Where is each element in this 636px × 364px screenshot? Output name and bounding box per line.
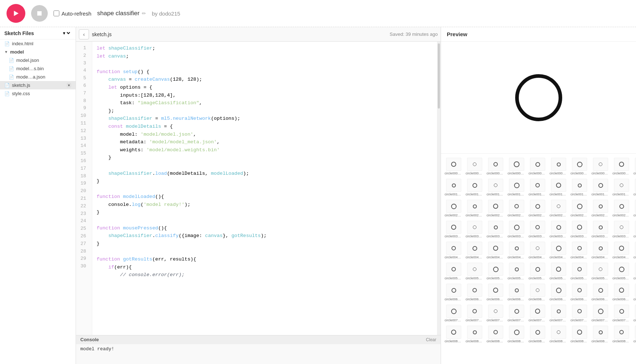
file-thumb-item[interactable]: circle0023.png	[486, 199, 505, 218]
file-thumb-item[interactable]: circle0089.png	[612, 325, 631, 344]
file-thumb-item[interactable]: circle0033.png	[486, 220, 505, 239]
file-thumb-item[interactable]: circle0009.png	[612, 157, 631, 176]
file-thumb-item[interactable]: circle0003.png	[486, 157, 505, 176]
file-thumb-item[interactable]: circle0034.png	[507, 220, 526, 239]
sidebar-dropdown[interactable]: ▾	[62, 30, 71, 36]
file-thumb-item[interactable]: circle0032.png	[465, 220, 484, 239]
file-thumb-item[interactable]: circle0065.png	[528, 283, 547, 302]
file-thumb-item[interactable]: circle0021.png	[444, 199, 463, 218]
file-thumb-item[interactable]: circle0052.png	[465, 262, 484, 281]
file-thumb-item[interactable]: circle0062.png	[465, 283, 484, 302]
file-thumb-item[interactable]: circle0054.png	[507, 262, 526, 281]
file-thumb-item[interactable]: circle0077.png	[570, 304, 589, 323]
file-thumb-item[interactable]: circle0075.png	[528, 304, 547, 323]
file-thumb-item[interactable]: circle0080.png	[633, 304, 636, 323]
code-content[interactable]: let shapeClassifier; let canvas; functio…	[92, 42, 437, 335]
file-thumb-item[interactable]: circle0018.png	[591, 178, 610, 197]
file-thumb-item[interactable]: circle0073.png	[486, 304, 505, 323]
sidebar-item-style-css[interactable]: 📄 style.css	[0, 89, 76, 98]
stop-button[interactable]	[31, 5, 48, 22]
file-thumb-item[interactable]: circle0064.png	[507, 283, 526, 302]
file-thumb-item[interactable]: circle0040.png	[633, 220, 636, 239]
file-thumb-item[interactable]: circle0084.png	[507, 325, 526, 344]
file-thumb-item[interactable]: circle0058.png	[591, 262, 610, 281]
file-thumb-item[interactable]: circle0014.png	[507, 178, 526, 197]
file-thumb-item[interactable]: circle0016.png	[549, 178, 568, 197]
file-thumb-item[interactable]: circle0028.png	[591, 199, 610, 218]
file-thumb-item[interactable]: circle0039.png	[612, 220, 631, 239]
back-button[interactable]: ‹	[79, 29, 89, 39]
file-thumb-item[interactable]: circle0086.png	[549, 325, 568, 344]
file-thumb-item[interactable]: circle0001.png	[444, 157, 463, 176]
sidebar-item-model-json[interactable]: 📄 model.json	[0, 56, 76, 64]
file-thumb-item[interactable]: circle0074.png	[507, 304, 526, 323]
file-thumb-item[interactable]: circle0070.png	[633, 283, 636, 302]
file-thumb-item[interactable]: circle0007.png	[570, 157, 589, 176]
file-thumb-item[interactable]: circle0063.png	[486, 283, 505, 302]
file-thumb-item[interactable]: circle0025.png	[528, 199, 547, 218]
file-thumb-item[interactable]: circle0067.png	[570, 283, 589, 302]
file-thumb-item[interactable]: circle0017.png	[570, 178, 589, 197]
file-thumb-item[interactable]: circle0002.png	[465, 157, 484, 176]
file-thumb-item[interactable]: circle0049.png	[612, 241, 631, 260]
file-thumb-item[interactable]: circle0019.png	[612, 178, 631, 197]
file-thumb-item[interactable]: circle0036.png	[549, 220, 568, 239]
file-thumb-item[interactable]: circle0055.png	[528, 262, 547, 281]
file-thumb-item[interactable]: circle0042.png	[465, 241, 484, 260]
file-thumb-item[interactable]: circle0031.png	[444, 220, 463, 239]
file-thumb-item[interactable]: circle0088.png	[591, 325, 610, 344]
file-thumb-item[interactable]: circle0079.png	[612, 304, 631, 323]
file-thumb-item[interactable]: circle0045.png	[528, 241, 547, 260]
file-thumb-item[interactable]: circle0038.png	[591, 220, 610, 239]
file-thumb-item[interactable]: circle0043.png	[486, 241, 505, 260]
sidebar-item-sketch-js[interactable]: 📄 sketch.js ▾	[0, 81, 76, 89]
file-thumb-item[interactable]: circle0044.png	[507, 241, 526, 260]
editor-scrollbar-thumb[interactable]	[438, 43, 440, 109]
file-thumb-item[interactable]: circle0041.png	[444, 241, 463, 260]
file-thumb-item[interactable]: circle0072.png	[465, 304, 484, 323]
code-editor[interactable]: 12345 678910 1112131415 1617181920 21222…	[76, 42, 441, 335]
file-thumb-item[interactable]: circle0069.png	[612, 283, 631, 302]
sidebar-item-model-meta-json[interactable]: 📄 mode…a.json	[0, 73, 76, 81]
file-thumb-item[interactable]: circle0030.png	[633, 199, 636, 218]
file-thumb-item[interactable]: circle0035.png	[528, 220, 547, 239]
file-thumb-item[interactable]: circle0006.png	[549, 157, 568, 176]
file-thumb-item[interactable]: circle0081.png	[444, 325, 463, 344]
file-thumb-item[interactable]: circle0008.png	[591, 157, 610, 176]
file-thumb-item[interactable]: circle0051.png	[444, 262, 463, 281]
file-thumb-item[interactable]: circle0068.png	[591, 283, 610, 302]
file-thumb-item[interactable]: circle0053.png	[486, 262, 505, 281]
file-thumb-item[interactable]: circle0050.png	[633, 241, 636, 260]
file-thumb-item[interactable]: circle0076.png	[549, 304, 568, 323]
file-thumb-item[interactable]: circle0085.png	[528, 325, 547, 344]
file-thumb-item[interactable]: circle0029.png	[612, 199, 631, 218]
file-thumb-item[interactable]: circle0087.png	[570, 325, 589, 344]
sidebar-item-model-bin[interactable]: 📄 model…s.bin	[0, 64, 76, 73]
file-thumb-item[interactable]: circle0004.png	[507, 157, 526, 176]
file-thumb-item[interactable]: circle0013.png	[486, 178, 505, 197]
edit-project-name-icon[interactable]: ✏	[142, 10, 146, 16]
file-thumb-item[interactable]: circle0066.png	[549, 283, 568, 302]
file-thumb-item[interactable]: circle0026.png	[549, 199, 568, 218]
file-thumb-item[interactable]: circle0027.png	[570, 199, 589, 218]
console-clear-button[interactable]: Clear	[426, 337, 436, 342]
file-thumb-item[interactable]: circle0020.png	[633, 178, 636, 197]
file-thumb-item[interactable]: circle0005.png	[528, 157, 547, 176]
sidebar-item-model-folder[interactable]: ▼ model	[0, 48, 76, 56]
file-thumb-item[interactable]: circle0056.png	[549, 262, 568, 281]
file-thumb-item[interactable]: circle0061.png	[444, 283, 463, 302]
file-thumb-item[interactable]: circle0011.png	[444, 178, 463, 197]
file-thumb-item[interactable]: circle0082.png	[465, 325, 484, 344]
file-thumb-item[interactable]: circle0024.png	[507, 199, 526, 218]
file-thumb-item[interactable]: circle0060.png	[633, 262, 636, 281]
auto-refresh-checkbox[interactable]	[54, 10, 59, 16]
sidebar-item-index-html[interactable]: 📄 index.html	[0, 39, 76, 48]
file-thumb-item[interactable]: circle0048.png	[591, 241, 610, 260]
file-thumb-item[interactable]: circle0010.png	[633, 157, 636, 176]
play-button[interactable]	[7, 4, 25, 23]
file-thumb-item[interactable]: circle0057.png	[570, 262, 589, 281]
file-thumb-item[interactable]: circle0047.png	[570, 241, 589, 260]
file-thumb-item[interactable]: circle0078.png	[591, 304, 610, 323]
file-thumb-item[interactable]: circle0022.png	[465, 199, 484, 218]
editor-scrollbar[interactable]	[437, 42, 441, 335]
